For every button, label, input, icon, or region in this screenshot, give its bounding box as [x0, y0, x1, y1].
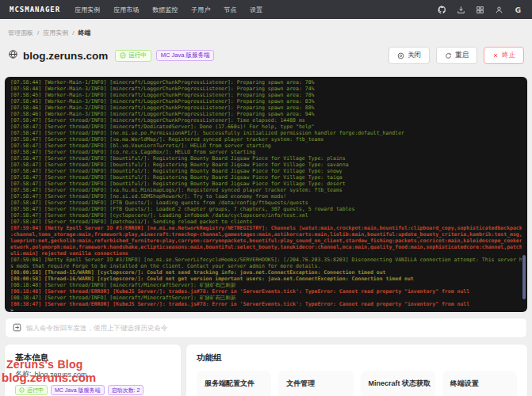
install-icon[interactable]: [457, 6, 465, 14]
function-card-1: 文件管理前往 →: [278, 371, 353, 396]
close-icon: [492, 52, 499, 59]
status-badge-small: 运行中: [15, 385, 48, 395]
function-card-title: 文件管理: [286, 379, 345, 389]
terminal-line: [07:58:45] [Worker-Main-3/INFO] [minecra…: [10, 98, 522, 105]
terminal-line: [07:58:47] [Server thread/INFO] [bountif…: [10, 174, 522, 181]
start-count-badge: 启动次数: 2: [108, 385, 144, 395]
command-input[interactable]: [26, 324, 519, 332]
terminal-line: lueprint:net,geckolib:main,refurbished_f…: [10, 238, 522, 244]
terminal-line: [07:58:46] [Worker-Main-2/INFO] [minecra…: [10, 105, 522, 111]
keyboard-icon: [13, 321, 21, 335]
terminal-line: [07:58:47] [Server thread/INFO] [FTB Que…: [10, 206, 522, 212]
terminal-line: [07:59:04] [Netty Epoll Server IO #3/ERR…: [10, 225, 522, 231]
nav-icons: G: [438, 6, 522, 14]
instance-actions: 关闭 重启 终止: [388, 47, 524, 64]
function-card-2: Minecraft 状态获取前往 →: [361, 371, 435, 396]
nav-menu: 应用实例应用市场数据监控子用户节点设置: [75, 6, 262, 14]
breadcrumb-separator: /: [37, 29, 39, 36]
command-bar: [5, 318, 527, 338]
terminal-line: [07:58:47] [Server thread/INFO] [bl.vo.V…: [10, 143, 522, 149]
terminal-line: [07:58:47] [Server thread/INFO] [bountif…: [10, 168, 522, 174]
terminal-line: :channel,toms_storage:main,framework:pla…: [10, 231, 522, 238]
terminal-line: [07:58:44] [Worker-Main-3/INFO] [minecra…: [10, 86, 522, 92]
top-navbar: MCSMANAGER 应用实例应用市场数据监控子用户节点设置 G: [0, 0, 532, 19]
svg-text:G: G: [515, 6, 521, 13]
terminal-line: [07:58:47] [Server thread/INFO] [FTB Que…: [10, 200, 522, 206]
terminal-line: [07:58:47] [Server thread/INFO] [co.re.c…: [10, 149, 522, 155]
terminal-line: [07:58:47] [Server thread/INFO] [xa.hu.m…: [10, 187, 522, 193]
terminal-scrollbar[interactable]: [522, 255, 526, 299]
terminal-line: [07:58:47] [Server thread/INFO] [bountif…: [10, 181, 522, 187]
terminal[interactable]: [07:58:44] [Worker-Main-1/INFO] [minecra…: [5, 77, 527, 312]
check-circle-icon: [120, 52, 126, 59]
check-circle-icon: [19, 387, 25, 393]
app-logo: MCSMANAGER: [10, 6, 60, 13]
terminal-line: [08:18:48] [Server thread/INFO] [minecra…: [10, 282, 522, 288]
stop-button[interactable]: 关闭: [388, 47, 430, 64]
terminal-line: [07:58:47] [Server thread/INFO] [minecra…: [10, 117, 522, 124]
function-card-3: 终端设置前往 →: [442, 371, 517, 396]
instance-name-row: 名称: blog.zeruns.com: [15, 369, 170, 379]
status-badge: 运行中: [115, 50, 151, 62]
terminal-line: etwork,polymorph:main,framework:handshak…: [10, 244, 522, 250]
instance-name-value: blog.zeruns.com: [35, 371, 87, 379]
terminal-line: [07:58:45] [Worker-Main-1/INFO] [minecra…: [10, 92, 522, 98]
restart-button[interactable]: 重启: [436, 47, 477, 64]
nav-item-2[interactable]: 数据监控: [152, 6, 178, 14]
basic-info-title: 基本信息: [15, 352, 170, 364]
terminal-line: [07:58:47] [Server thread/INFO] [ne.si.s…: [10, 193, 522, 200]
terminal-line: [07:58:46] [Worker-Main-3/INFO] [minecra…: [10, 111, 522, 117]
terminal-line: s mods that require Forge to be installe…: [10, 263, 522, 269]
nav-item-4[interactable]: 节点: [224, 6, 236, 14]
terminal-line: [07:58:47] [Server thread/INFO] [cyclops…: [10, 212, 522, 219]
breadcrumb-item-0[interactable]: 管理面板: [8, 29, 33, 37]
terminal-line: [08:38:47] [Server thread/ERROR] [KubeJS…: [10, 301, 522, 307]
terminal-line: [07:58:47] [Server thread/INFO] [patchou…: [10, 219, 522, 225]
nav-item-3[interactable]: 子用户: [191, 6, 210, 14]
terminal-line: uli:main] rejected vanilla connections: [10, 250, 522, 257]
function-group-title: 功能组: [197, 352, 517, 364]
function-cards: 服务端配置文件前往 →文件管理前往 →Minecraft 状态获取前往 →终端设…: [197, 371, 517, 396]
breadcrumb-separator: /: [72, 29, 74, 36]
terminal-line: [07:59:04] [Netty Epoll Server IO #3/INF…: [10, 257, 522, 263]
instance-title: blog.zeruns.com: [23, 50, 108, 62]
instance-icon: [8, 48, 18, 63]
terminal-line: [07:58:47] [Server thread/INFO] [ne.mi.s…: [10, 130, 522, 136]
terminal-line: [07:58:47] [Server thread/INFO] [minecra…: [10, 124, 522, 130]
nav-item-0[interactable]: 应用实例: [75, 6, 100, 14]
terminal-line: [07:58:47] [Server thread/INFO] [bountif…: [10, 155, 522, 162]
function-group-card: 功能组 服务端配置文件前往 →文件管理前往 →Minecraft 状态获取前往 …: [186, 345, 527, 396]
github-icon[interactable]: [438, 6, 446, 14]
instance-header: blog.zeruns.com 运行中 MC Java 版服务端 关闭 重启 终…: [8, 45, 524, 66]
function-card-0: 服务端配置文件前往 →: [197, 371, 271, 396]
terminal-line: >: [10, 307, 522, 312]
terminal-line: [08:18:48] [Server thread/ERROR] [KubeJS…: [10, 288, 522, 295]
terminal-line: [07:58:47] [Server thread/INFO] [xa.ma.W…: [10, 136, 522, 143]
terminal-line: [08:00:58] [Thread-16/WARN] [cyclopscore…: [10, 276, 522, 282]
terminal-line: [08:38:47] [Server thread/INFO] [minecra…: [10, 295, 522, 301]
power-icon: [397, 52, 404, 59]
nav-item-5[interactable]: 设置: [250, 6, 262, 14]
terminal-line: [07:58:47] [Server thread/INFO] [bountif…: [10, 162, 522, 168]
terminal-line: [08:00:58] [Thread-15/WARN] [cyclopscore…: [10, 269, 522, 276]
apps-icon[interactable]: [476, 6, 484, 14]
terminal-line: [07:58:44] [Worker-Main-1/INFO] [minecra…: [10, 79, 522, 86]
kill-button[interactable]: 终止: [484, 47, 524, 64]
terminal-log: [07:58:44] [Worker-Main-1/INFO] [minecra…: [10, 79, 522, 312]
type-badge: MC Java 版服务端: [156, 50, 215, 62]
basic-info-card: 基本信息 名称: blog.zeruns.com 运行中 MC Java 版服务…: [5, 345, 181, 396]
bottom-cards: 基本信息 名称: blog.zeruns.com 运行中 MC Java 版服务…: [5, 345, 527, 396]
type-badge-small: MC Java 版服务端: [51, 385, 105, 395]
user-icon[interactable]: [495, 6, 503, 14]
breadcrumb: 管理面板/应用实例/终端: [8, 29, 524, 37]
breadcrumb-item-1[interactable]: 应用实例: [43, 29, 68, 37]
restart-icon: [445, 52, 452, 59]
function-card-title: 终端设置: [450, 379, 509, 389]
function-card-title: 服务端配置文件: [205, 379, 263, 389]
nav-item-1[interactable]: 应用市场: [113, 6, 139, 14]
language-icon[interactable]: G: [514, 6, 522, 14]
page-body: 管理面板/应用实例/终端 blog.zeruns.com 运行中 MC Java…: [0, 29, 532, 396]
breadcrumb-item-2: 终端: [78, 29, 90, 37]
instance-badges-row: 运行中 MC Java 版服务端 启动次数: 2: [15, 385, 170, 395]
function-card-title: Minecraft 状态获取: [369, 379, 427, 389]
